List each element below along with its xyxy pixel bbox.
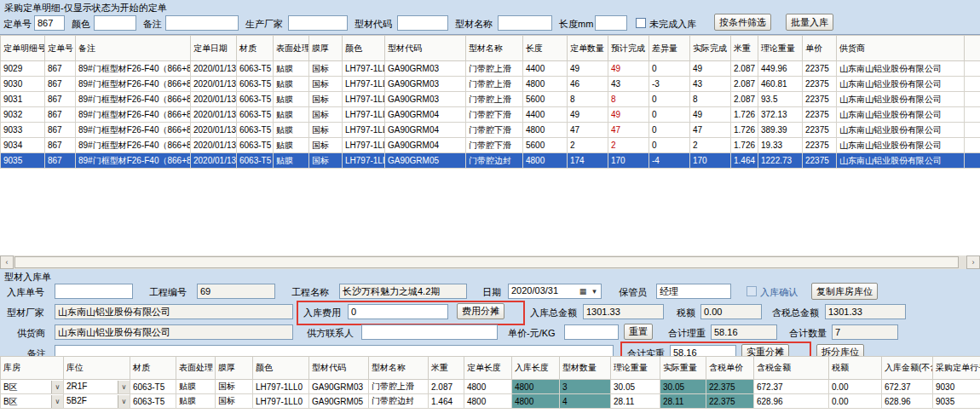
cell[interactable]: 49: [568, 61, 608, 77]
unit-price-input[interactable]: [564, 324, 619, 340]
table-row[interactable]: B区∨2R1F∨6063-T5贴膜国标LH797-1LL0GA90GRM03门带…: [1, 380, 980, 394]
cell[interactable]: 山东南山铝业股份有限公司: [837, 61, 965, 77]
cell[interactable]: 6063-T5: [237, 61, 274, 77]
cell[interactable]: 43: [690, 77, 731, 92]
cell[interactable]: LH797-1LL0: [343, 107, 385, 123]
cell[interactable]: 0: [649, 138, 690, 153]
cell[interactable]: [965, 61, 980, 77]
cell[interactable]: 389.39: [758, 123, 803, 138]
cell[interactable]: 国标: [309, 92, 343, 107]
cell[interactable]: [965, 107, 980, 123]
inbound-no-input[interactable]: [55, 284, 133, 299]
cell[interactable]: 门带腔上滑: [369, 380, 429, 394]
cell[interactable]: 9030: [933, 380, 980, 394]
cell[interactable]: 0: [649, 123, 690, 138]
cell[interactable]: 2020/01/13: [191, 77, 237, 92]
cell[interactable]: 2R1F∨: [64, 380, 130, 394]
remark-input[interactable]: [165, 15, 239, 31]
inbound-total-input[interactable]: [583, 304, 664, 319]
cell[interactable]: 372.13: [758, 107, 803, 123]
dropdown-arrow-icon[interactable]: ∨: [51, 381, 63, 393]
table-row[interactable]: B区∨5B2F∨6063-T5贴膜国标LH797-1LL0GA90GRM05门带…: [1, 394, 980, 409]
cell[interactable]: 89#门框型材F26-F40（866+867）: [76, 77, 191, 92]
cell[interactable]: 460.81: [758, 77, 803, 92]
cell[interactable]: 3: [560, 380, 611, 394]
cell[interactable]: 6063-T5: [237, 153, 274, 169]
cell[interactable]: 4800: [464, 380, 512, 394]
cell[interactable]: 2020/01/13: [191, 61, 237, 77]
batch-inbound-button[interactable]: 批量入库: [786, 14, 833, 31]
cell[interactable]: 30.05: [660, 380, 706, 394]
cell[interactable]: 449.96: [758, 61, 803, 77]
cell[interactable]: 国标: [216, 394, 253, 409]
cell[interactable]: 贴膜: [274, 92, 309, 107]
cell[interactable]: 8: [608, 92, 649, 107]
cell[interactable]: GA90GRM03: [385, 92, 466, 107]
cell[interactable]: 867: [45, 92, 76, 107]
cell[interactable]: 867: [45, 61, 76, 77]
cell[interactable]: 49: [608, 107, 649, 123]
cell[interactable]: 170: [690, 153, 731, 169]
cell[interactable]: 0: [649, 61, 690, 77]
cell[interactable]: -4: [649, 153, 690, 169]
cell[interactable]: 49: [690, 107, 731, 123]
cell[interactable]: 门带腔下滑: [466, 138, 523, 153]
cell[interactable]: 2.087: [429, 380, 464, 394]
cell[interactable]: 43: [608, 77, 649, 92]
project-name-input[interactable]: [339, 284, 467, 299]
cell[interactable]: 0.00: [829, 394, 882, 409]
cell[interactable]: 门带腔下滑: [466, 107, 523, 123]
cell[interactable]: 170: [608, 153, 649, 169]
scrollbar-thumb[interactable]: [14, 256, 959, 268]
cell[interactable]: 174: [568, 153, 608, 169]
cell[interactable]: 6063-T5: [130, 394, 176, 409]
cell[interactable]: 89#门框型材F26-F40（866+867）: [76, 92, 191, 107]
cell[interactable]: 贴膜: [274, 153, 309, 169]
cell[interactable]: 1222.73: [758, 153, 803, 169]
profile-name-input[interactable]: [498, 15, 552, 31]
cell[interactable]: 47: [568, 123, 608, 138]
table-row[interactable]: 903186789#门框型材F26-F40（866+867）2020/01/13…: [1, 92, 980, 107]
cell[interactable]: 28.11: [611, 394, 660, 409]
cell[interactable]: 2.087: [731, 61, 758, 77]
cell[interactable]: 8: [690, 92, 731, 107]
cell[interactable]: 4400: [523, 61, 568, 77]
cell[interactable]: 门带腔下滑: [466, 123, 523, 138]
cell[interactable]: LH797-1LL0: [253, 380, 309, 394]
cell[interactable]: 门带腔上滑: [466, 77, 523, 92]
cell[interactable]: 国标: [309, 123, 343, 138]
dropdown-arrow-icon[interactable]: ∨: [51, 395, 63, 408]
cell[interactable]: 山东南山铝业股份有限公司: [837, 92, 965, 107]
table-row[interactable]: 903286789#门框型材F26-F40（866+867）2020/01/13…: [1, 107, 980, 123]
inbound-confirm-checkbox[interactable]: [747, 286, 757, 296]
cell[interactable]: 门带腔上滑: [466, 61, 523, 77]
cell[interactable]: 867: [45, 138, 76, 153]
cell[interactable]: GA90GRM03: [385, 77, 466, 92]
filter-button[interactable]: 按条件筛选: [714, 14, 771, 31]
total-qty-input[interactable]: [832, 324, 898, 340]
cell[interactable]: 628.96: [754, 394, 829, 409]
cell[interactable]: 4400: [523, 107, 568, 123]
inbound-fee-input[interactable]: [348, 304, 448, 319]
cell[interactable]: 国标: [309, 153, 343, 169]
scroll-right-button[interactable]: ›: [966, 255, 980, 269]
cell[interactable]: 5600: [523, 92, 568, 107]
cell[interactable]: LH797-1LL0: [343, 123, 385, 138]
cell[interactable]: 89#门框型材F26-F40（866+867）: [76, 138, 191, 153]
cell[interactable]: 46: [568, 77, 608, 92]
supplier-contact-input[interactable]: [361, 324, 498, 340]
cell[interactable]: 0: [649, 107, 690, 123]
cell[interactable]: 9035: [1, 153, 45, 169]
cell[interactable]: 2020/01/13: [191, 123, 237, 138]
cell[interactable]: 4800: [523, 77, 568, 92]
cell[interactable]: 47: [690, 123, 731, 138]
cell[interactable]: 山东南山铝业股份有限公司: [837, 123, 965, 138]
cell[interactable]: 6063-T5: [237, 92, 274, 107]
cell[interactable]: 6063-T5: [237, 138, 274, 153]
cell[interactable]: B区∨: [1, 380, 64, 394]
cell[interactable]: 国标: [309, 61, 343, 77]
cell[interactable]: 4800: [512, 394, 560, 409]
cell[interactable]: [965, 138, 980, 153]
cell[interactable]: 6063-T5: [130, 380, 176, 394]
cell[interactable]: 672.37: [754, 380, 829, 394]
